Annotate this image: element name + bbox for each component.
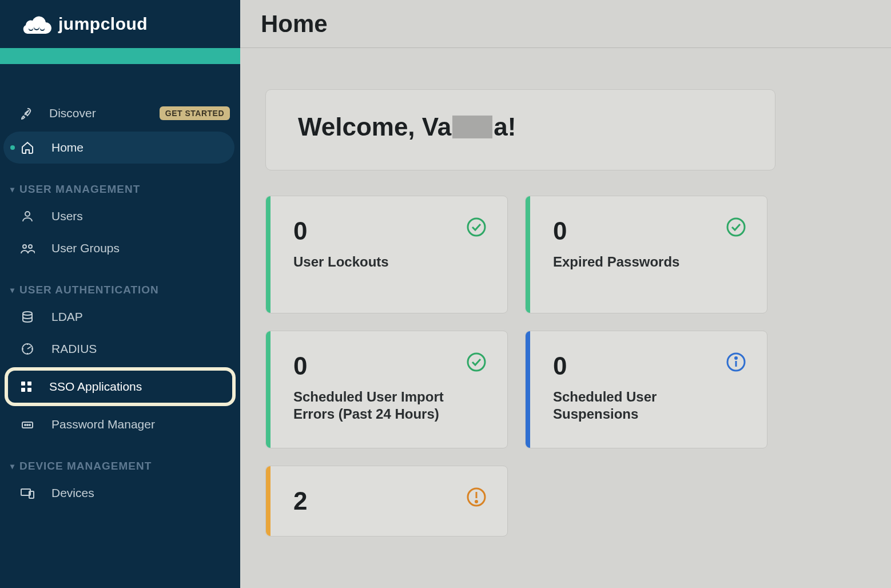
- stat-value: 0: [293, 217, 484, 245]
- sidebar-nav: Discover GET STARTED Home ▾ USER MANAGEM…: [0, 64, 240, 509]
- sidebar-item-label: Password Manager: [51, 418, 155, 431]
- database-icon: [19, 309, 35, 325]
- sidebar-item-devices[interactable]: Devices: [0, 477, 240, 509]
- svg-rect-13: [21, 388, 25, 392]
- svg-point-4: [34, 23, 39, 29]
- rocket-icon: [19, 106, 33, 120]
- sidebar-item-user-groups[interactable]: User Groups: [0, 232, 240, 264]
- get-started-badge: GET STARTED: [160, 106, 230, 120]
- section-title: USER AUTHENTICATION: [19, 284, 159, 296]
- svg-point-18: [29, 424, 30, 426]
- apps-grid-icon: [19, 380, 33, 394]
- svg-rect-14: [27, 388, 31, 392]
- accent-bar: [266, 331, 271, 448]
- info-circle-icon: [726, 352, 746, 372]
- svg-point-9: [23, 312, 32, 315]
- section-title: USER MANAGEMENT: [19, 183, 140, 196]
- sidebar: jumpcloud Discover GET STARTED Home: [0, 0, 240, 588]
- chevron-down-icon: ▾: [10, 462, 15, 471]
- svg-rect-12: [27, 382, 31, 386]
- sidebar-item-sso-highlight: SSO Applications: [5, 367, 236, 406]
- svg-point-26: [735, 357, 737, 359]
- stat-label: Expired Passwords: [553, 253, 744, 271]
- stat-value: 2: [293, 487, 484, 515]
- card-partial[interactable]: 2: [265, 466, 508, 537]
- stat-value: 0: [553, 352, 744, 380]
- sidebar-item-label: User Groups: [51, 241, 120, 255]
- svg-point-16: [25, 424, 26, 426]
- brand-name: jumpcloud: [58, 14, 148, 34]
- svg-point-6: [25, 212, 30, 216]
- sidebar-item-users[interactable]: Users: [0, 200, 240, 232]
- sidebar-item-label: Discover: [49, 106, 96, 120]
- stat-value: 0: [293, 352, 484, 380]
- sidebar-item-label: Devices: [51, 486, 94, 500]
- radar-icon: [19, 341, 35, 357]
- sidebar-section-user-management[interactable]: ▾ USER MANAGEMENT: [0, 183, 240, 196]
- svg-point-22: [727, 218, 745, 236]
- accent-bar: [266, 196, 271, 313]
- content: Welcome, Vaa! 0 User Lockouts 0 Expired …: [240, 48, 891, 537]
- sidebar-item-label: Users: [51, 209, 83, 223]
- sidebar-item-label: SSO Applications: [49, 380, 142, 394]
- sidebar-item-password-manager[interactable]: Password Manager: [0, 408, 240, 440]
- svg-point-21: [468, 218, 485, 236]
- card-import-errors[interactable]: 0 Scheduled User Import Errors (Past 24 …: [265, 331, 508, 448]
- sidebar-item-label: RADIUS: [51, 342, 97, 356]
- check-circle-icon: [466, 352, 487, 372]
- welcome-card: Welcome, Vaa!: [265, 89, 775, 170]
- stat-label: User Lockouts: [293, 253, 484, 271]
- card-user-lockouts[interactable]: 0 User Lockouts: [265, 196, 508, 313]
- card-expired-passwords[interactable]: 0 Expired Passwords: [525, 196, 767, 313]
- chevron-down-icon: ▾: [10, 285, 15, 295]
- svg-point-5: [40, 25, 45, 30]
- check-circle-icon: [466, 217, 487, 237]
- sidebar-item-label: LDAP: [51, 310, 83, 324]
- section-title: DEVICE MANAGEMENT: [19, 460, 152, 472]
- sidebar-item-label: Home: [51, 141, 83, 154]
- stat-label: Scheduled User Import Errors (Past 24 Ho…: [293, 388, 484, 423]
- welcome-text: Welcome, Vaa!: [298, 113, 743, 141]
- accent-bar: [0, 48, 240, 64]
- password-icon: [19, 416, 35, 432]
- user-icon: [19, 208, 35, 224]
- stat-label: Scheduled User Suspensions: [553, 388, 744, 423]
- main-area: Home Welcome, Vaa! 0 User Lockouts 0: [240, 0, 891, 588]
- sidebar-section-device-management[interactable]: ▾ DEVICE MANAGEMENT: [0, 460, 240, 472]
- warning-circle-icon: [466, 487, 487, 507]
- welcome-suffix: a!: [494, 113, 516, 141]
- accent-bar: [266, 466, 271, 536]
- stat-value: 0: [553, 217, 744, 245]
- sidebar-section-user-authentication[interactable]: ▾ USER AUTHENTICATION: [0, 284, 240, 296]
- cloud-logo-icon: [19, 13, 54, 35]
- svg-rect-11: [21, 382, 25, 386]
- home-icon: [19, 140, 35, 156]
- check-circle-icon: [726, 217, 746, 237]
- page-title: Home: [261, 10, 328, 38]
- sidebar-item-radius[interactable]: RADIUS: [0, 333, 240, 365]
- devices-icon: [19, 485, 35, 501]
- accent-bar: [526, 331, 530, 448]
- sidebar-item-discover[interactable]: Discover GET STARTED: [0, 97, 240, 129]
- welcome-prefix: Welcome, Va: [298, 113, 451, 141]
- svg-point-17: [27, 424, 28, 426]
- svg-point-23: [468, 353, 485, 371]
- topbar: Home: [240, 0, 891, 48]
- svg-point-29: [476, 501, 478, 503]
- stats-grid: 0 User Lockouts 0 Expired Passwords: [265, 196, 891, 537]
- svg-point-7: [23, 245, 26, 248]
- sidebar-item-sso-applications[interactable]: SSO Applications: [8, 371, 232, 403]
- brand-logo: jumpcloud: [0, 0, 240, 48]
- accent-bar: [526, 196, 530, 313]
- sidebar-item-home[interactable]: Home: [3, 132, 234, 164]
- users-group-icon: [19, 240, 35, 256]
- svg-point-3: [29, 25, 33, 30]
- card-user-suspensions[interactable]: 0 Scheduled User Suspensions: [525, 331, 767, 448]
- chevron-down-icon: ▾: [10, 185, 15, 194]
- redacted-name: [452, 116, 492, 138]
- svg-point-8: [29, 245, 32, 248]
- sidebar-item-ldap[interactable]: LDAP: [0, 301, 240, 333]
